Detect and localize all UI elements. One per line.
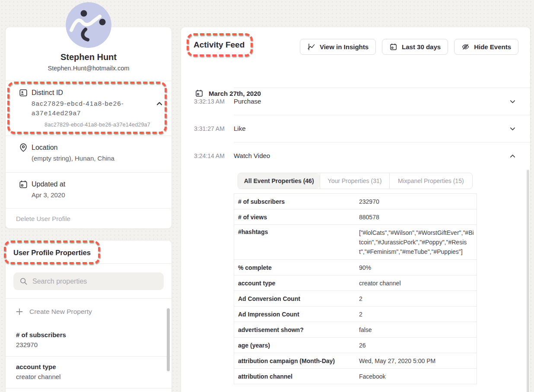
- event-properties-table: # of subscribers 232970 # of views 88057…: [234, 193, 477, 384]
- table-row: # of subscribers 232970: [234, 194, 477, 209]
- map-pin-icon: [19, 143, 28, 152]
- event-property-value: 2: [359, 311, 477, 318]
- divider: [234, 142, 530, 142]
- event-properties-tabs: All Event Properties (46) Your Propertie…: [238, 173, 473, 189]
- chevron-down-icon[interactable]: [509, 98, 516, 105]
- view-in-insights-label: View in Insights: [320, 43, 369, 51]
- event-property-name: attribution channel: [234, 373, 359, 380]
- table-row: advertisement shown? false: [234, 322, 477, 338]
- calendar-icon: [389, 43, 397, 51]
- date-range-button[interactable]: Last 30 days: [382, 39, 448, 55]
- event-property-value: false: [359, 326, 477, 333]
- event-property-value: Facebook: [359, 373, 477, 380]
- tab-mixpanel-properties[interactable]: Mixpanel Properties (15): [389, 173, 472, 189]
- event-property-name: # of views: [234, 214, 359, 221]
- chevron-up-icon[interactable]: [509, 153, 516, 159]
- delete-profile-section: Delete User Profile: [6, 208, 172, 229]
- table-row: account type creator channel: [234, 275, 477, 291]
- event-property-name: Ad Impression Count: [234, 311, 359, 318]
- table-row: #hashtags ["#lolCats","#Wilson","#WorstG…: [234, 225, 477, 260]
- view-in-insights-button[interactable]: View in Insights: [300, 39, 376, 55]
- table-row: attribution campaign (Month-Day) Wed, Ma…: [234, 353, 477, 369]
- search-properties-input[interactable]: [32, 278, 158, 285]
- event-name: Purchase: [234, 98, 261, 105]
- event-property-value: 2: [359, 295, 477, 302]
- event-row-watch-video[interactable]: 3:24:14 AM Watch Video: [181, 142, 530, 169]
- properties-panel-title: User Profile Properties: [6, 240, 172, 263]
- chevron-up-icon[interactable]: [156, 100, 163, 107]
- badge-id-icon: [19, 88, 28, 98]
- distinct-id-label: Distinct ID: [32, 88, 150, 98]
- updated-at-value: Apr 3, 2020: [32, 190, 65, 200]
- create-new-property-label: Create New Property: [29, 308, 92, 316]
- event-row-like[interactable]: 3:31:27 AM Like: [181, 115, 530, 142]
- search-properties-row: [6, 263, 172, 298]
- avatar: [66, 2, 111, 48]
- user-email: Stephen.Hunt@hotmailx.com: [6, 65, 172, 72]
- mixpanel-user-profile-page: Stephen Hunt Stephen.Hunt@hotmailx.com D…: [0, 0, 534, 392]
- tab-your-properties[interactable]: Your Properties (31): [320, 173, 389, 189]
- activity-feed-card: Activity Feed View in Insights Last 30 d…: [181, 27, 531, 392]
- divider: [234, 88, 530, 88]
- line-chart-icon: [307, 43, 315, 51]
- activity-feed-title: Activity Feed: [194, 40, 245, 50]
- profile-property-item: account type creator channel: [6, 357, 172, 389]
- delete-user-profile-button[interactable]: Delete User Profile: [16, 215, 70, 222]
- eye-off-icon: [461, 43, 470, 51]
- event-property-value: 232970: [359, 198, 477, 205]
- event-property-name: Ad Conversion Count: [234, 295, 359, 302]
- search-icon: [19, 277, 28, 285]
- table-row: Ad Impression Count 2: [234, 307, 477, 322]
- updated-at-section: Updated at Apr 3, 2020: [6, 172, 172, 208]
- plus-icon: [16, 308, 23, 315]
- property-name: account type: [16, 363, 161, 370]
- event-time: 3:24:14 AM: [194, 152, 225, 159]
- activity-feed-scrollbar[interactable]: [527, 170, 529, 392]
- event-time: 3:32:13 AM: [194, 98, 225, 105]
- tab-all-event-properties[interactable]: All Event Properties (46): [238, 173, 320, 189]
- event-property-value: ["#lolCats","#Wilson","#WorstGiftEver","…: [359, 228, 477, 256]
- updated-at-label: Updated at: [32, 180, 65, 189]
- location-label: Location: [32, 143, 114, 152]
- divider: [234, 115, 530, 115]
- table-row: attribution channel Facebook: [234, 369, 477, 384]
- location-value: (empty string), Hunan, China: [32, 154, 114, 163]
- distinct-id-full: 8ac27829-ebcd-41a8-be26-a37e14ed29a7: [44, 122, 150, 128]
- event-name: Watch Video: [234, 152, 270, 159]
- event-property-name: # of subscribers: [234, 198, 359, 205]
- properties-list-scrollbar[interactable]: [167, 308, 170, 371]
- hide-events-label: Hide Events: [474, 43, 511, 51]
- table-row: Ad Conversion Count 2: [234, 291, 477, 307]
- event-property-name: advertisement shown?: [234, 326, 359, 333]
- activity-toolbar: View in Insights Last 30 days Hide Event…: [300, 39, 518, 55]
- calendar-icon: [19, 180, 28, 189]
- event-property-value: 90%: [359, 264, 477, 271]
- date-range-label: Last 30 days: [402, 43, 441, 51]
- event-property-name: age (years): [234, 342, 359, 349]
- event-property-name: #hashtags: [234, 228, 359, 235]
- event-property-value: 880578: [359, 214, 477, 221]
- property-name: # of subscribers: [16, 331, 161, 338]
- table-row: # of views 880578: [234, 209, 477, 225]
- table-row: % complete 90%: [234, 260, 477, 275]
- hide-events-button[interactable]: Hide Events: [454, 39, 518, 55]
- event-property-value: 26: [359, 342, 477, 349]
- event-name: Like: [234, 125, 246, 132]
- event-property-value: Wed, May 27, 2020 5:00 PM: [359, 357, 477, 364]
- profile-card: Stephen Hunt Stephen.Hunt@hotmailx.com D…: [5, 27, 172, 229]
- event-property-name: account type: [234, 280, 359, 287]
- user-name: Stephen Hunt: [6, 52, 172, 62]
- create-new-property-button[interactable]: Create New Property: [6, 299, 172, 325]
- search-properties-box[interactable]: [13, 272, 164, 290]
- chevron-down-icon[interactable]: [509, 126, 516, 132]
- event-time: 3:31:27 AM: [194, 125, 225, 132]
- event-row-purchase[interactable]: 3:32:13 AM Purchase: [181, 88, 530, 115]
- profile-property-item: # of subscribers 232970: [6, 325, 172, 357]
- table-row: age (years) 26: [234, 338, 477, 353]
- distinct-id-section: Distinct ID 8ac27829-ebcd-41a8-be26-a37e…: [6, 81, 172, 136]
- distinct-id-value: 8ac27829-ebcd-41a8-be26-a37e14ed29a7: [32, 99, 140, 118]
- property-value: 232970: [16, 341, 161, 348]
- event-property-value: creator channel: [359, 280, 477, 287]
- property-value: creator channel: [16, 373, 161, 380]
- event-property-name: attribution campaign (Month-Day): [234, 357, 359, 364]
